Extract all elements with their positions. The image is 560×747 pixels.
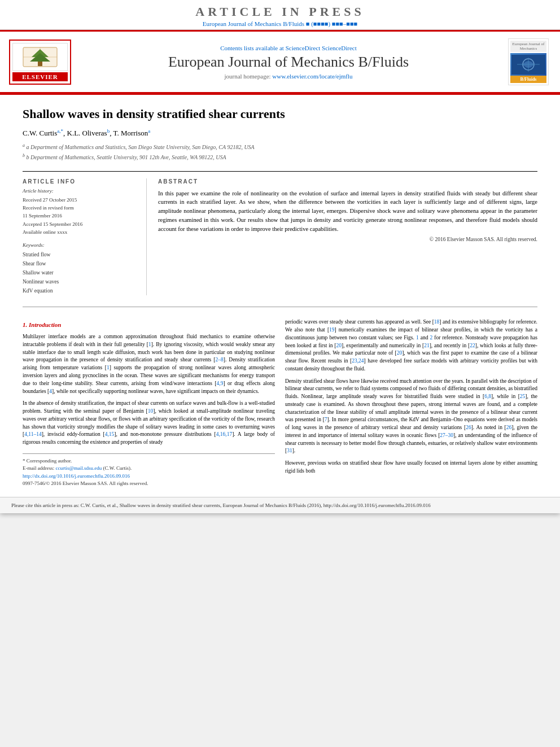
journal-logo-right: European Journal ofMechanics B/Fluids (506, 38, 551, 85)
affiliation-b: b b Department of Mathematics, Seattle U… (23, 152, 537, 161)
footnotes: * Corresponding author. E-mail address: … (23, 453, 275, 488)
keyword-4: Nonlinear waves (23, 277, 137, 286)
footnote-issn: 0997-7546/© 2016 Elsevier Masson SAS. Al… (23, 480, 275, 488)
body-right-column: periodic waves over steady shear current… (285, 318, 537, 488)
accepted-date: Accepted 15 September 2016 (23, 220, 137, 228)
keyword-2: Shear flow (23, 259, 137, 268)
elsevier-logo: ELSEVIER (9, 40, 71, 85)
keywords-block: Keywords: Stratied flow Shear flow Shall… (23, 242, 137, 296)
abstract-column: ABSTRACT In this paper we examine the ro… (158, 178, 537, 296)
journal-logo-image (510, 53, 546, 76)
article-content: Shallow waves in density stratified shea… (0, 95, 560, 304)
elsevier-wordmark: ELSEVIER (12, 72, 68, 81)
sciencedirect-text[interactable]: ScienceDirect (322, 45, 357, 51)
received-revised-label: Received in revised form (23, 204, 137, 212)
revised-date: 11 September 2016 (23, 212, 137, 220)
available-online: Available online xxxx (23, 228, 137, 236)
received-date: Received 27 October 2015 (23, 196, 137, 204)
sciencedirect-link[interactable]: Contents lists available at ScienceDirec… (82, 45, 495, 51)
article-in-press-banner: ARTICLE IN PRESS European Journal of Mec… (0, 0, 560, 30)
journal-logo-bfluids: B/Fluids (510, 76, 546, 83)
banner-journal-ref: European Journal of Mechanics B/Fluids ■… (0, 20, 560, 27)
right-paragraph-2: Density stratified shear flows have like… (285, 378, 537, 456)
journal-header-center: Contents lists available at ScienceDirec… (71, 45, 506, 80)
article-info-heading: ARTICLE INFO (23, 178, 137, 185)
keywords-label: Keywords: (23, 242, 137, 248)
author-curtis: C.W. Curtis (23, 129, 57, 137)
keyword-3: Shallow water (23, 268, 137, 277)
footnote-doi: http://dx.doi.org/10.1016/j.euromechflu.… (23, 473, 275, 480)
keyword-1: Stratied flow (23, 250, 137, 259)
journal-title-header: European Journal of Mechanics B/Fluids (82, 54, 495, 71)
footnote-email: E-mail address: ccurtis@mail.sdsu.edu (C… (23, 465, 275, 473)
copyright-line: © 2016 Elsevier Masson SAS. All rights r… (158, 237, 537, 242)
article-info-column: ARTICLE INFO Article history: Received 2… (23, 178, 147, 296)
email-link[interactable]: ccurtis@mail.sdsu.edu (55, 465, 102, 471)
author-morrison: T. Morrison (113, 129, 148, 137)
body-left-column: 1. Introduction Multilayer interface mod… (23, 318, 275, 488)
right-paragraph-3: However, previous works on stratified sh… (285, 460, 537, 475)
journal-header: ELSEVIER Contents lists available at Sci… (0, 32, 560, 93)
abstract-text: In this paper we examine the role of non… (158, 189, 537, 234)
banner-title: ARTICLE IN PRESS (0, 5, 560, 19)
journal-logo-top: European Journal ofMechanics (510, 41, 546, 52)
svg-rect-6 (38, 62, 42, 66)
intro-heading: 1. Introduction (23, 321, 275, 330)
abstract-heading: ABSTRACT (158, 178, 537, 185)
right-paragraph-1: periodic waves over steady shear current… (285, 318, 537, 373)
authors-line: C.W. Curtisa,*, K.L. Oliverasb, T. Morri… (23, 128, 537, 138)
journal-homepage: journal homepage: www.elsevier.com/locat… (82, 73, 495, 80)
affiliation-a: a a Department of Mathematics and Statis… (23, 142, 537, 151)
homepage-link[interactable]: www.elsevier.com/locate/ejmflu (272, 73, 352, 80)
intro-paragraph-2: In the absence of density stratification… (23, 400, 275, 447)
article-info-abstract: ARTICLE INFO Article history: Received 2… (23, 171, 537, 296)
footer-citation: Please cite this article in press as: C.… (0, 497, 560, 514)
section-divider (23, 307, 537, 307)
keyword-5: KdV equation (23, 286, 137, 295)
author-oliveras: K.L. Oliveras (67, 129, 107, 137)
article-history: Article history: Received 27 October 201… (23, 188, 137, 237)
article-title: Shallow waves in density stratified shea… (23, 106, 537, 123)
intro-paragraph-1: Multilayer interface models are a common… (23, 333, 275, 395)
body-columns: 1. Introduction Multilayer interface mod… (0, 309, 560, 497)
footnote-corresponding: * Corresponding author. (23, 457, 275, 465)
elsevier-logo-image (12, 43, 68, 71)
doi-link[interactable]: http://dx.doi.org/10.1016/j.euromechflu.… (23, 473, 130, 479)
history-label: Article history: (23, 188, 137, 194)
